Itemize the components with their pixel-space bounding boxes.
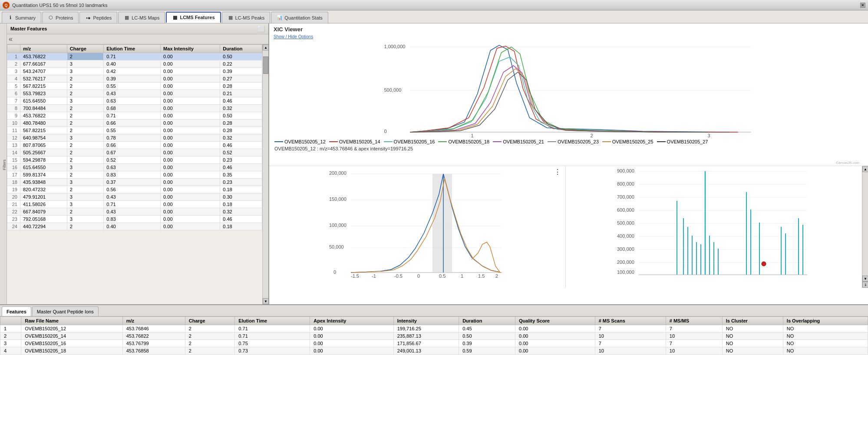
list-item[interactable]: 1OVEMB150205_12453.7684620.710.00199,716… [0, 325, 868, 333]
close-button[interactable]: ✕ [860, 3, 865, 8]
col-header-num[interactable] [7, 45, 20, 53]
col-duration-header[interactable]: Duration [459, 317, 515, 325]
spectrum-chart-svg: 900,000 800,000 700,000 600,000 500,000 … [566, 166, 862, 279]
table-row-cell: 0.32 [220, 134, 262, 142]
col-mz-header[interactable]: m/z [122, 317, 185, 325]
col-header-duration[interactable]: Duration [220, 45, 262, 53]
col-apex-header[interactable]: Apex Intensity [310, 317, 393, 325]
master-features-scrollbar[interactable]: ▲ ▼ [262, 44, 268, 304]
right-scroll-up[interactable]: ▲ [862, 166, 868, 172]
table-row[interactable]: 23792.0516830.830.000.46 [7, 216, 262, 223]
table-row-cell: 2 [67, 53, 103, 60]
tab-lcms-features[interactable]: ▦ LCMS Features [166, 12, 221, 23]
table-row-cell: 2 [67, 83, 103, 90]
table-row-cell: 0.50 [220, 53, 262, 60]
export-button[interactable]: ⬜ [257, 25, 265, 32]
table-row-cell: 22 [7, 208, 20, 216]
table-row[interactable]: 2677.6616730.400.000.22 [7, 60, 262, 68]
table-row[interactable]: 3543.2470730.420.000.39 [7, 68, 262, 75]
table-row[interactable]: 11567.8221520.550.000.28 [7, 127, 262, 134]
table-row[interactable]: 14505.2566720.670.000.52 [7, 149, 262, 156]
right-scroll-down[interactable]: ▼ [862, 276, 868, 282]
table-row[interactable]: 16615.6455030.630.000.46 [7, 164, 262, 171]
table-row-cell: 3 [67, 134, 103, 142]
table-row[interactable]: 21411.5802630.710.000.18 [7, 201, 262, 208]
col-ms-scans-header[interactable]: # MS Scans [595, 317, 666, 325]
col-cluster-header[interactable]: Is Cluster [722, 317, 783, 325]
tab-lcms-maps[interactable]: ▦ LC-MS Maps [118, 12, 165, 23]
table-row[interactable]: 8700.8448420.680.000.32 [7, 105, 262, 112]
table-row-cell: 599.81374 [20, 171, 67, 179]
scroll-up-button[interactable]: ▲ [263, 44, 269, 50]
table-row[interactable]: 10480.7848020.660.000.28 [7, 120, 262, 127]
table-row-cell: 3 [67, 164, 103, 171]
table-row[interactable]: 17599.8137420.830.000.35 [7, 171, 262, 179]
table-row-cell: 0.28 [220, 83, 262, 90]
table-row[interactable]: 12640.9875430.780.000.32 [7, 134, 262, 142]
show-hide-options-link[interactable]: Show / Hide Options [269, 33, 868, 40]
table-row-cell: 0.00 [161, 90, 220, 97]
table-row[interactable]: 18435.9384830.370.000.23 [7, 179, 262, 186]
bottom-table-cell: 2 [0, 333, 21, 340]
table-row[interactable]: 4532.7621720.390.000.27 [7, 75, 262, 83]
table-row[interactable]: 15594.2987820.520.000.23 [7, 156, 262, 164]
col-header-mz[interactable]: m/z [20, 45, 67, 53]
col-elution-header[interactable]: Elution Time [235, 317, 310, 325]
table-row[interactable]: 20479.9120130.430.000.30 [7, 193, 262, 201]
table-row-cell: 2 [67, 112, 103, 120]
filters-sidebar[interactable]: Filters [0, 23, 7, 304]
table-row-cell: 0.00 [161, 223, 220, 230]
col-header-charge[interactable]: Charge [67, 45, 103, 53]
legend-line-21 [493, 141, 502, 142]
scroll-thumb[interactable] [263, 57, 268, 74]
bottom-collapse-button[interactable]: ⇓ [862, 282, 868, 288]
master-features-table-container[interactable]: m/z Charge Elution Time Max Intensity Du… [7, 44, 262, 304]
tab-peptides[interactable]: •● Peptides [79, 12, 117, 23]
col-overlapping-header[interactable]: Is Overlapping [783, 317, 868, 325]
table-row-cell: 0.46 [220, 142, 262, 149]
table-row[interactable]: 5567.8221520.550.000.28 [7, 83, 262, 90]
tab-proteins[interactable]: ⬡ Proteins [42, 12, 79, 23]
col-charge-header[interactable]: Charge [185, 317, 235, 325]
col-header-max-intensity[interactable]: Max Intensity [161, 45, 220, 53]
table-row[interactable]: 7615.6455030.630.000.46 [7, 97, 262, 105]
table-row[interactable]: 9453.7682220.710.000.50 [7, 112, 262, 120]
table-row-cell: 2 [67, 142, 103, 149]
scroll-down-button[interactable]: ▼ [263, 298, 269, 304]
list-item[interactable]: 2OVEMB150205_14453.7682220.710.00235,887… [0, 333, 868, 340]
tab-lcms-peaks[interactable]: ▦ LC-MS Peaks [222, 12, 271, 23]
col-intensity-header[interactable]: Intensity [393, 317, 459, 325]
svg-text:0: 0 [333, 269, 336, 275]
col-header-elution[interactable]: Elution Time [104, 45, 161, 53]
table-row-cell: 0.23 [220, 156, 262, 164]
col-quality-header[interactable]: Quality Score [515, 317, 595, 325]
table-row-cell: 11 [7, 127, 20, 134]
col-raw-file-header[interactable]: Raw File Name [21, 317, 122, 325]
tab-quantitation-stats[interactable]: 📊 Quantitation Stats [271, 12, 328, 23]
list-item[interactable]: 3OVEMB150205_16453.7679920.750.00171,856… [0, 340, 868, 347]
bottom-table-container[interactable]: Raw File Name m/z Charge Elution Time Ap… [0, 316, 868, 439]
col-msms-header[interactable]: # MS/MS [666, 317, 722, 325]
list-item[interactable]: 4OVEMB150205_18453.7685820.730.00249,001… [0, 347, 868, 355]
right-panel-scrollbar[interactable]: ▲ ▼ ⇓ [862, 166, 868, 288]
table-row-cell: 677.66167 [20, 60, 67, 68]
col-num-header[interactable] [0, 317, 21, 325]
tab-features[interactable]: Features [2, 306, 31, 316]
table-row[interactable]: 22667.8407920.430.000.32 [7, 208, 262, 216]
table-row-cell: 0.00 [161, 201, 220, 208]
table-row-cell: 0.00 [161, 53, 220, 60]
svg-text:0: 0 [417, 273, 420, 279]
table-row[interactable]: 19820.4723220.560.000.18 [7, 186, 262, 193]
table-row-cell: 479.91201 [20, 193, 67, 201]
tab-summary[interactable]: ℹ Summary [2, 12, 41, 23]
tab-master-quant[interactable]: Master Quant Peptide Ions [32, 306, 99, 316]
table-row[interactable]: 1453.7682220.710.000.50 [7, 53, 262, 60]
table-row[interactable]: 6553.7982320.430.000.21 [7, 90, 262, 97]
chart-menu-button[interactable]: ⋮ [554, 168, 562, 176]
bottom-table-cell: 7 [666, 325, 722, 333]
table-row[interactable]: 24440.7229420.400.000.18 [7, 223, 262, 230]
table-row[interactable]: 13807.8706520.660.000.46 [7, 142, 262, 149]
table-row-cell: 0.68 [104, 105, 161, 112]
table-row-cell: 0.00 [161, 105, 220, 112]
left-collapse-button[interactable]: « [9, 35, 13, 43]
